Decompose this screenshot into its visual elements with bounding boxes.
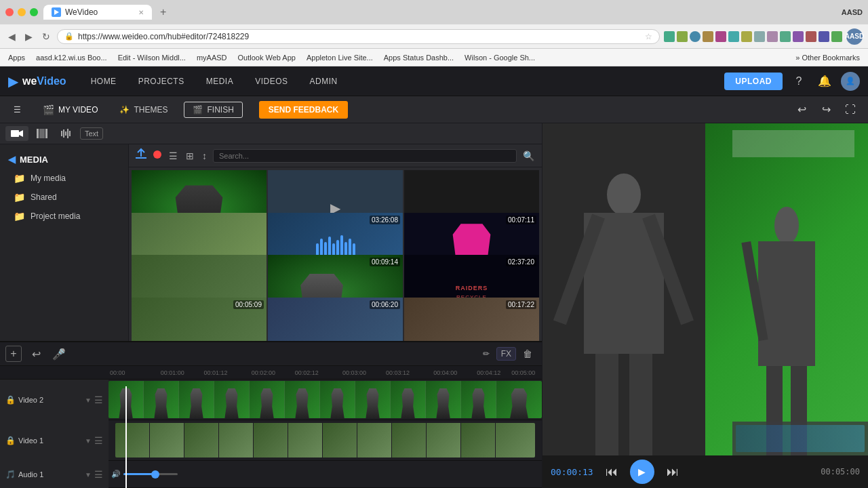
media-item[interactable]: 00:05:09 xyxy=(132,298,267,342)
delete-clip-btn[interactable]: 🗑 xyxy=(519,347,536,361)
ext-icon-5[interactable] xyxy=(715,31,726,42)
media-sidebar: ◀ MEDIA 📁 My media 📁 Shared 📁 Project me… xyxy=(0,144,129,341)
folder-icon-shared: 📁 xyxy=(14,192,25,203)
ext-icon-1[interactable] xyxy=(664,31,675,42)
media-header[interactable]: ◀ MEDIA xyxy=(0,150,128,169)
media-type-video-btn[interactable] xyxy=(5,126,28,141)
browser-profile-icon[interactable]: AASD xyxy=(846,28,863,45)
nav-admin[interactable]: ADMIN xyxy=(299,66,349,96)
back-btn[interactable]: ◀ xyxy=(5,30,18,43)
close-window-btn[interactable] xyxy=(5,8,14,16)
ext-icon-11[interactable] xyxy=(793,31,804,42)
timeline-ruler: 00:00 00:01:00 00:01:12 00:02:00 00:02:1… xyxy=(108,366,542,380)
media-item[interactable]: 00:17:22 xyxy=(404,298,539,342)
track-expand-icon-2[interactable]: ▼ xyxy=(85,437,92,445)
subnav-myvideo[interactable]: 🎬 MY VIDEO xyxy=(37,102,103,118)
nav-projects[interactable]: PROJECTS xyxy=(127,66,195,96)
skip-fwd-btn[interactable]: ⏭ xyxy=(663,462,683,482)
bookmark-wilson[interactable]: Wilson - Google Sh... xyxy=(462,52,538,63)
ext-icon-8[interactable] xyxy=(754,31,765,42)
media-upload-btn[interactable] xyxy=(134,147,148,164)
user-avatar[interactable]: 👤 xyxy=(841,72,860,91)
bookmark-apps[interactable]: Apps xyxy=(5,52,28,63)
subnav-hamburger[interactable]: ☰ xyxy=(8,102,26,117)
clip-frame xyxy=(144,381,179,418)
bookmark-myaasd[interactable]: myAASD xyxy=(194,52,230,63)
ext-icon-13[interactable] xyxy=(818,31,829,42)
bookmark-edit[interactable]: Edit - Wilson Middl... xyxy=(115,52,189,63)
address-bar[interactable]: 🔒 https://www.weideo.com/hub#editor/7248… xyxy=(57,29,660,44)
themes-label: THEMES xyxy=(134,105,167,115)
bookmark-other[interactable]: » Other Bookmarks xyxy=(793,52,863,63)
ext-icon-4[interactable] xyxy=(703,31,713,42)
maximize-window-btn[interactable] xyxy=(30,8,38,16)
track-content-audio1: 🔊 xyxy=(108,461,542,488)
timeline-undo-btn[interactable]: ↩ xyxy=(27,345,45,363)
send-feedback-btn[interactable]: SEND FEEDBACK xyxy=(259,101,348,119)
undo-btn[interactable]: ↩ xyxy=(792,100,811,119)
forward-btn[interactable]: ▶ xyxy=(22,30,35,43)
ext-icon-10[interactable] xyxy=(780,31,791,42)
refresh-btn[interactable]: ↻ xyxy=(39,30,53,43)
timeline-add-btn[interactable]: + xyxy=(5,346,22,362)
bookmark-appleton[interactable]: Appleton Live Site... xyxy=(304,52,376,63)
upload-btn[interactable]: UPLOAD xyxy=(724,73,783,90)
fx-btn[interactable]: FX xyxy=(496,347,516,361)
sidebar-projectmedia[interactable]: 📁 Project media xyxy=(0,207,128,226)
track-menu-icon[interactable]: ☰ xyxy=(94,394,103,405)
help-btn[interactable]: ? xyxy=(789,72,808,91)
svg-rect-6 xyxy=(61,131,62,136)
bookmark-apps-status[interactable]: Apps Status Dashb... xyxy=(381,52,456,63)
media-search-btn[interactable]: 🔍 xyxy=(521,148,536,163)
new-tab-btn[interactable]: + xyxy=(157,6,169,18)
minimize-window-btn[interactable] xyxy=(18,8,26,16)
sidebar-mymedia[interactable]: 📁 My media xyxy=(0,169,128,188)
media-item[interactable]: 00:06:20 xyxy=(268,298,403,342)
finish-btn[interactable]: 🎬 FINISH xyxy=(184,102,242,118)
volume-slider[interactable] xyxy=(123,473,178,475)
media-list-view-btn[interactable]: ☰ xyxy=(167,148,180,163)
nav-videos[interactable]: VIDEOS xyxy=(244,66,298,96)
browser-tab[interactable]: WeVideo ✕ xyxy=(43,5,152,20)
track-content-video1[interactable] xyxy=(108,420,542,461)
track-menu-icon-2[interactable]: ☰ xyxy=(94,435,103,446)
track-expand-icon[interactable]: ▼ xyxy=(85,396,92,404)
ext-icon-9[interactable] xyxy=(767,31,778,42)
media-sort-btn[interactable]: ↕ xyxy=(200,148,209,163)
ext-icon-6[interactable] xyxy=(728,31,739,42)
track-menu-icon-3[interactable]: ☰ xyxy=(94,469,103,480)
media-record-btn[interactable] xyxy=(152,149,163,163)
media-search-input[interactable] xyxy=(213,149,517,163)
bookmark-aasd[interactable]: aasd.k12.wi.us Boo... xyxy=(33,52,110,63)
track-content-video2[interactable] xyxy=(108,380,542,420)
play-btn[interactable]: ▶ xyxy=(630,460,654,484)
timeline-mic-btn[interactable]: 🎤 xyxy=(50,345,68,363)
pencil-tool-btn[interactable]: ✏ xyxy=(479,347,494,361)
ext-icon-7[interactable] xyxy=(741,31,752,42)
media-type-strip-btn[interactable] xyxy=(31,126,53,141)
user-avatar-icon: 👤 xyxy=(846,77,855,85)
bookmark-outlook[interactable]: Outlook Web App xyxy=(235,52,298,63)
sidebar-shared[interactable]: 📁 Shared xyxy=(0,188,128,207)
ext-icon-3[interactable] xyxy=(690,31,701,42)
logo-text: weVideo xyxy=(22,75,66,87)
track-name-video2: Video 2 xyxy=(18,396,82,404)
redo-btn[interactable]: ↪ xyxy=(816,100,835,119)
ext-icon-12[interactable] xyxy=(806,31,816,42)
fullscreen-btn[interactable]: ⛶ xyxy=(841,100,860,119)
subnav-themes[interactable]: ✨ THEMES xyxy=(114,102,173,117)
skip-back-btn[interactable]: ⏮ xyxy=(601,462,622,482)
media-type-audio-btn[interactable] xyxy=(56,126,77,141)
media-filter-btn[interactable]: ⊞ xyxy=(184,148,196,163)
ext-icon-14[interactable] xyxy=(831,31,842,42)
notifications-btn[interactable]: 🔔 xyxy=(815,72,834,91)
ext-icon-2[interactable] xyxy=(677,31,688,42)
nav-home[interactable]: HOME xyxy=(80,66,127,96)
browser-chrome: WeVideo ✕ + AASD ◀ ▶ ↻ 🔒 https://www.wei… xyxy=(0,0,868,66)
nav-media[interactable]: MEDIA xyxy=(195,66,245,96)
bookmark-star-icon[interactable]: ☆ xyxy=(645,32,652,41)
clip-frame-landscape xyxy=(184,423,218,458)
track-expand-icon-3[interactable]: ▼ xyxy=(85,471,92,479)
media-type-text-btn[interactable]: Text xyxy=(80,127,103,140)
tab-close-btn[interactable]: ✕ xyxy=(138,9,144,16)
